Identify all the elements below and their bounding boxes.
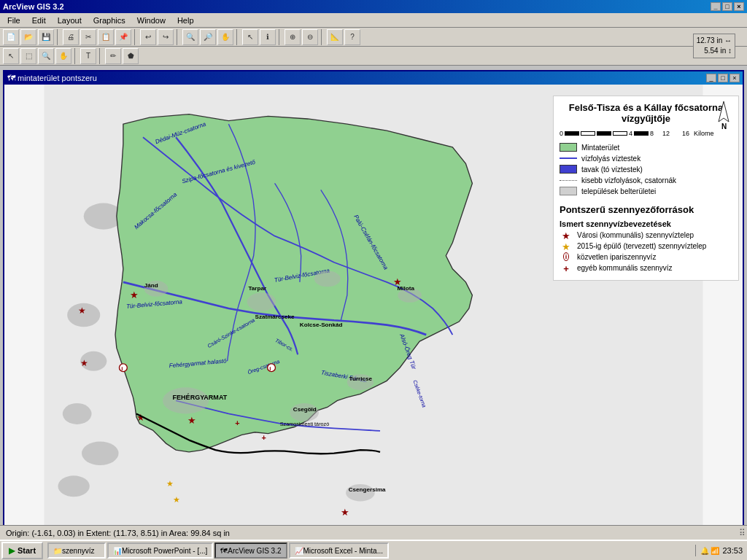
new-btn[interactable]: 📄 [3, 29, 19, 45]
taskbar-icons: 🔔 📶 [700, 547, 720, 555]
open-btn[interactable]: 📂 [20, 29, 36, 45]
legend-sub-title: Ismert szennyvízbevezetések [560, 219, 732, 228]
maximize-btn[interactable]: □ [722, 2, 732, 11]
svg-text:Csengersima: Csengersima [349, 486, 386, 493]
map-area[interactable]: Dédai-Müz-csatorna Szipa-főcsatorna és k… [4, 85, 743, 532]
svg-text:★: ★ [78, 306, 86, 315]
north-arrow: N [713, 100, 735, 131]
select-btn[interactable]: ↖ [242, 29, 258, 45]
legend-label-ipari: közvetlen ipariszennyvíz [577, 253, 656, 261]
taskbar: ▶ Start 📁 szennyvíz 📊 Microsoft PowerPoi… [0, 540, 747, 560]
svg-text:Szatmárcseke: Szatmárcseke [255, 314, 295, 320]
minimize-btn[interactable]: _ [711, 2, 721, 11]
taskbar-item-2[interactable]: 🗺 ArcView GIS 3.2 [214, 542, 287, 559]
app-title: ArcView GIS 3.2 [3, 2, 64, 11]
doc-title-bar: 🗺 mintaterület pontszeru _ □ × [4, 71, 743, 85]
legend-label-egyeb: egyéb kommunális szennyvíz [577, 264, 673, 272]
svg-point-23 [314, 271, 341, 287]
zoom-tool[interactable]: 🔍 [38, 48, 54, 64]
svg-text:★: ★ [187, 416, 196, 426]
doc-close[interactable]: × [729, 74, 740, 82]
doc-window: 🗺 mintaterület pontszeru _ □ × [3, 70, 744, 534]
redo-btn[interactable]: ↪ [158, 29, 174, 45]
start-button[interactable]: ▶ Start [1, 542, 43, 559]
help-btn[interactable]: ? [344, 29, 360, 45]
svg-text:Csegöld: Csegöld [293, 406, 317, 413]
taskbar-item-1[interactable]: 📊 Microsoft PowerPoint - [...] [107, 542, 213, 559]
undo-btn[interactable]: ↩ [140, 29, 156, 45]
svg-text:FEHÉRGYARMAT: FEHÉRGYARMAT [173, 393, 228, 401]
legend-label-varosi: Városi (kommunális) szennyvíztelep [577, 231, 694, 239]
paste-btn[interactable]: 📌 [115, 29, 131, 45]
extent-full-btn[interactable]: ⊕ [285, 29, 301, 45]
legend-item-ipari: i közvetlen ipariszennyvíz [560, 252, 732, 261]
menu-layout[interactable]: Layout [52, 15, 88, 26]
svg-text:★: ★ [393, 277, 402, 287]
resize-grip[interactable]: ⠿ [739, 528, 746, 538]
title-controls: _ □ × [711, 2, 744, 11]
doc-minimize[interactable]: _ [706, 74, 716, 82]
svg-text:i: i [121, 365, 123, 372]
coords-display: 12.73 in ↔ 5.54 in ↕ [693, 34, 735, 58]
svg-point-48 [119, 364, 127, 372]
taskbar-item-0[interactable]: 📁 szennyvíz [47, 542, 106, 559]
svg-point-22 [247, 292, 276, 311]
identify-btn[interactable]: ℹ [260, 29, 276, 45]
svg-text:★: ★ [80, 358, 88, 368]
svg-text:★: ★ [166, 479, 174, 488]
legend-panel: Felső-Tisza és a Kállay főcsatorna vízgy… [553, 96, 739, 281]
svg-text:Szamosimenti tározó: Szamosimenti tározó [280, 421, 329, 427]
map-title: Felső-Tisza és a Kállay főcsatorna vízgy… [560, 102, 732, 124]
svg-point-5 [82, 441, 119, 465]
clock: 23:53 [722, 546, 743, 555]
legend-label-mintaterulet: Mintaterület [581, 144, 619, 152]
menu-file[interactable]: File [1, 15, 26, 26]
zoom-out-btn[interactable]: 🔎 [200, 29, 216, 45]
legend-item-mintaterulet: Mintaterület [560, 143, 732, 152]
svg-marker-55 [719, 101, 729, 122]
select-tool[interactable]: ⬚ [20, 48, 36, 64]
pan-tool[interactable]: ✋ [55, 48, 71, 64]
taskbar-item-3[interactable]: 📈 Microsoft Excel - Minta... [289, 542, 389, 559]
legend-label-2015: 2015-ig épülő (tervezett) szennyvíztelep [577, 242, 706, 250]
svg-text:+: + [235, 419, 239, 427]
draw-tool[interactable]: ✏ [105, 48, 121, 64]
svg-text:★: ★ [341, 508, 349, 518]
layout-btn[interactable]: 📐 [327, 29, 343, 45]
legend-item-vizfolyas: vízfolyás víztestek [560, 154, 732, 163]
print-btn[interactable]: 🖨 [63, 29, 79, 45]
text-tool[interactable]: T [80, 48, 96, 64]
legend-item-tavak: tavak (tó víztestek) [560, 165, 732, 174]
svg-text:N: N [721, 122, 727, 129]
cut-btn[interactable]: ✂ [80, 29, 96, 45]
svg-point-6 [58, 475, 89, 497]
doc-maximize[interactable]: □ [718, 74, 728, 82]
legend-item-kisebb: kisebb vízfolyások, csatornák [560, 176, 732, 184]
legend-section2-title: Pontszerű szennyezőforrások [560, 204, 732, 215]
menu-window[interactable]: Window [131, 15, 171, 26]
doc-title: 🗺 mintaterület pontszeru [7, 74, 97, 82]
extent-prev-btn[interactable]: ⊖ [302, 29, 318, 45]
menu-help[interactable]: Help [171, 15, 200, 26]
status-bar: Origin: (-1.61, 0.03) in Extent: (11.73,… [0, 525, 747, 540]
legend-item-varosi: ★ Városi (kommunális) szennyvíztelep [560, 230, 732, 239]
close-btn[interactable]: × [734, 2, 744, 11]
menu-edit[interactable]: Edit [26, 15, 52, 26]
coord-x: 12.73 in ↔ [697, 36, 732, 46]
pan-btn[interactable]: ✋ [217, 29, 233, 45]
taskbar-items: 📁 szennyvíz 📊 Microsoft PowerPoint - [..… [44, 541, 695, 560]
status-text: Origin: (-1.61, 0.03) in Extent: (11.73,… [6, 529, 230, 537]
pointer-tool[interactable]: ↖ [3, 48, 19, 64]
menu-graphics[interactable]: Graphics [88, 15, 131, 26]
svg-text:Tarpar: Tarpar [248, 285, 266, 292]
legend-item-telepules: települések belterületei [560, 187, 732, 195]
save-btn[interactable]: 💾 [38, 29, 54, 45]
copy-btn[interactable]: 📋 [98, 29, 114, 45]
svg-text:i: i [269, 365, 271, 372]
polygon-tool[interactable]: ⬟ [123, 48, 139, 64]
toolbar-2: ↖ ⬚ 🔍 ✋ T ✏ ⬟ [0, 47, 747, 66]
svg-point-50 [268, 364, 276, 372]
svg-text:★: ★ [173, 495, 180, 504]
zoom-in-btn[interactable]: 🔍 [182, 29, 198, 45]
app-title-bar: ArcView GIS 3.2 _ □ × [0, 0, 747, 13]
